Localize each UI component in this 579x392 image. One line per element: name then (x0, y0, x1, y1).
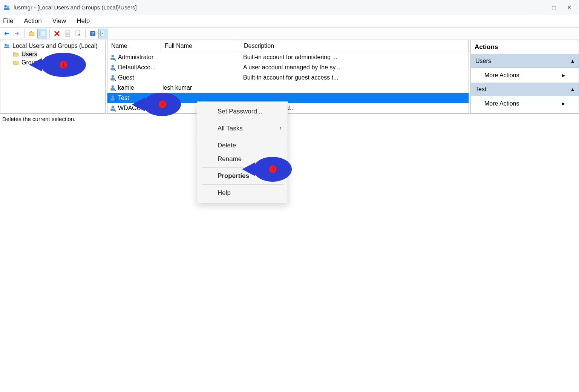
user-icon (109, 94, 116, 102)
console-tree-pane: Local Users and Groups (Local) Users Gro… (0, 40, 106, 113)
svg-point-18 (112, 55, 114, 57)
window-title: lusrmgr - [Local Users and Groups (Local… (14, 4, 536, 11)
user-icon (109, 64, 116, 71)
actions-section-test-label: Test (475, 86, 486, 93)
actions-test-more[interactable]: More Actions ▸ (471, 96, 579, 111)
menu-action[interactable]: Action (24, 17, 41, 25)
export-list-button[interactable] (73, 29, 83, 38)
more-actions-label: More Actions (484, 72, 519, 79)
actions-section-users-label: Users (475, 58, 491, 64)
tree-root-node[interactable]: Local Users and Groups (Local) (3, 42, 103, 50)
actions-users-more[interactable]: More Actions ▸ (471, 68, 579, 83)
actions-section-test[interactable]: Test ▴ (471, 83, 579, 96)
svg-rect-23 (110, 78, 115, 80)
show-hide-action-pane-button[interactable] (98, 29, 108, 38)
svg-rect-19 (110, 57, 115, 60)
toolbar: ? (0, 27, 579, 40)
menu-view[interactable]: View (52, 17, 66, 25)
user-row[interactable]: DefaultAcco...A user account managed by … (107, 62, 469, 72)
menu-help[interactable]: Help (77, 17, 90, 25)
svg-point-20 (112, 65, 114, 67)
up-folder-button[interactable] (27, 29, 37, 38)
close-button[interactable]: ✕ (567, 5, 571, 11)
svg-rect-6 (65, 31, 70, 37)
svg-rect-14 (104, 31, 106, 36)
folder-icon (12, 51, 19, 58)
tree-users-label: Users (21, 51, 37, 58)
svg-rect-3 (29, 32, 34, 36)
svg-rect-27 (110, 98, 115, 101)
user-name: Administrator (118, 54, 153, 61)
status-bar: Deletes the current selection. (0, 113, 579, 124)
badge-2-number: ❷ (158, 99, 167, 110)
svg-rect-25 (110, 88, 115, 90)
status-text: Deletes the current selection. (2, 116, 75, 122)
user-row[interactable]: GuestBuilt-in account for guest access t… (107, 72, 469, 83)
folder-icon (12, 59, 19, 66)
svg-rect-21 (110, 67, 115, 70)
badge-3-number: ❸ (268, 164, 277, 175)
ctx-help[interactable]: Help (197, 186, 288, 200)
actions-pane-title: Actions (471, 40, 579, 54)
badge-1-number: ❶ (59, 59, 68, 71)
menu-file[interactable]: File (3, 17, 13, 25)
user-full-name: lesh kumar (161, 84, 240, 91)
ctx-separator (202, 120, 283, 120)
toolbar-separator (24, 29, 25, 38)
svg-point-24 (112, 85, 114, 88)
user-icon (109, 84, 116, 92)
ctx-separator (202, 184, 283, 185)
annotation-badge-3: ❸ (253, 157, 292, 182)
toolbar-separator (85, 29, 86, 38)
svg-point-16 (7, 44, 9, 47)
nav-back-button[interactable] (2, 29, 11, 38)
actions-section-users[interactable]: Users ▴ (471, 54, 579, 68)
list-header: Name Full Name Description (107, 40, 469, 52)
ctx-all-tasks[interactable]: All Tasks (197, 122, 288, 135)
svg-point-1 (7, 6, 9, 8)
maximize-button[interactable]: ▢ (551, 5, 556, 11)
actions-pane: Actions Users ▴ More Actions ▸ Test ▴ Mo… (470, 40, 579, 113)
user-description: Built-in account for administering ... (240, 54, 469, 61)
collapse-icon: ▴ (571, 57, 574, 64)
user-name: Test (118, 95, 129, 101)
svg-rect-2 (4, 8, 10, 10)
svg-point-0 (4, 5, 7, 8)
user-name: Guest (118, 74, 134, 81)
user-icon (109, 54, 116, 61)
context-menu: Set Password... All Tasks Delete Rename … (197, 101, 288, 203)
svg-point-28 (112, 106, 114, 108)
work-area: Local Users and Groups (Local) Users Gro… (0, 40, 579, 113)
nav-forward-button[interactable] (12, 29, 22, 38)
user-description: A user account managed by the sy... (240, 64, 469, 71)
annotation-badge-2: ❷ (143, 93, 181, 116)
svg-point-15 (5, 44, 7, 46)
svg-rect-17 (4, 47, 9, 49)
user-description: Built-in account for guest access t... (240, 74, 469, 81)
ctx-delete[interactable]: Delete (197, 139, 288, 152)
minimize-button[interactable]: — (536, 5, 541, 11)
col-header-description[interactable]: Description (240, 40, 469, 52)
tree-root-label: Local Users and Groups (Local) (12, 43, 98, 49)
properties-button[interactable] (63, 29, 72, 38)
ctx-separator (202, 137, 283, 137)
ctx-set-password[interactable]: Set Password... (197, 105, 288, 118)
app-icon (3, 4, 11, 11)
col-header-name[interactable]: Name (107, 40, 161, 52)
user-row[interactable]: AdministratorBuilt-in account for admini… (107, 52, 469, 62)
svg-rect-29 (110, 108, 115, 111)
delete-button[interactable] (52, 29, 62, 38)
svg-point-22 (112, 75, 114, 78)
help-button[interactable]: ? (88, 29, 98, 38)
col-header-full-name[interactable]: Full Name (161, 40, 240, 52)
svg-rect-5 (40, 31, 41, 36)
submenu-arrow-icon: ▸ (562, 72, 565, 79)
user-name: kamle (118, 84, 134, 91)
user-row[interactable]: kamlelesh kumar (107, 83, 469, 93)
user-icon (109, 104, 116, 112)
collapse-icon: ▴ (571, 86, 574, 93)
toolbar-separator (49, 29, 50, 38)
svg-text:?: ? (92, 31, 94, 36)
menu-bar: File Action View Help (0, 15, 579, 27)
show-hide-console-tree-button[interactable] (37, 29, 47, 38)
